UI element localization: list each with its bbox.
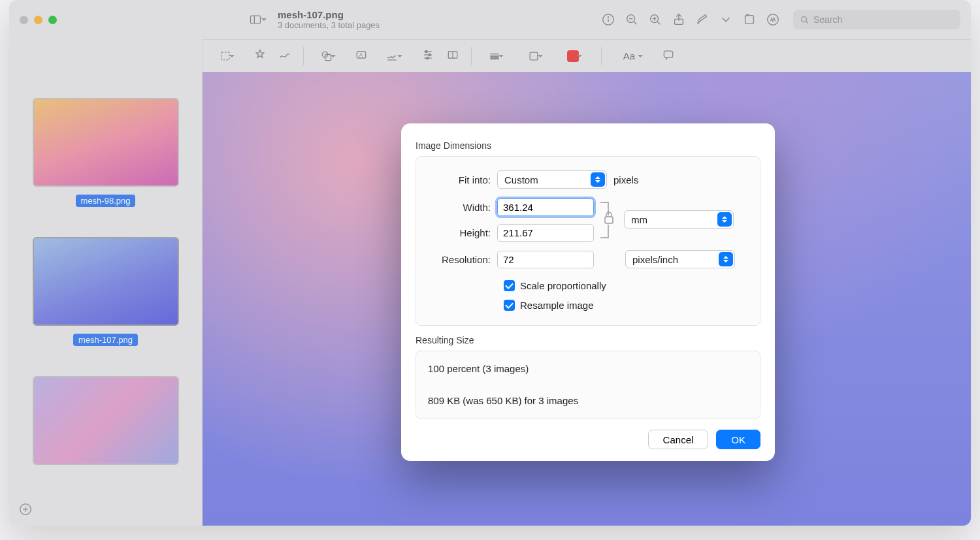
- height-label: Height:: [428, 227, 497, 238]
- resulting-size-heading: Resulting Size: [416, 335, 760, 345]
- adjust-size-dialog: Image Dimensions Fit into: Custom pixels…: [401, 123, 775, 461]
- height-input[interactable]: [497, 224, 594, 242]
- scale-proportionally-checkbox[interactable]: [504, 280, 515, 291]
- scale-proportionally-label: Scale proportionally: [520, 280, 606, 291]
- app-window: mesh-107.png 3 documents, 3 total pages …: [9, 0, 971, 526]
- resample-image-label: Resample image: [520, 300, 594, 311]
- fit-into-label: Fit into:: [428, 174, 497, 185]
- width-input[interactable]: [497, 199, 594, 216]
- dimension-unit-select[interactable]: mm: [624, 210, 734, 229]
- lock-aspect-icon[interactable]: [599, 199, 619, 238]
- image-dimensions-heading: Image Dimensions: [416, 140, 760, 151]
- dimension-unit-value: mm: [631, 214, 647, 225]
- fit-into-value: Custom: [504, 174, 538, 185]
- resample-image-checkbox[interactable]: [504, 300, 515, 311]
- ok-button[interactable]: OK: [716, 430, 760, 449]
- stepper-icon: [591, 172, 605, 187]
- resolution-input[interactable]: [497, 251, 594, 268]
- fit-into-unit: pixels: [613, 174, 638, 185]
- result-size-text: 809 KB (was 650 KB) for 3 images: [428, 394, 748, 409]
- result-percent-text: 100 percent (3 images): [428, 362, 748, 377]
- stepper-icon: [719, 252, 733, 266]
- resolution-unit-value: pixels/inch: [632, 254, 678, 265]
- svg-rect-39: [605, 217, 613, 223]
- fit-into-select[interactable]: Custom: [497, 170, 607, 189]
- cancel-button[interactable]: Cancel: [648, 430, 709, 449]
- resolution-unit-select[interactable]: pixels/inch: [625, 250, 735, 268]
- resolution-label: Resolution:: [428, 254, 497, 265]
- width-label: Width:: [428, 202, 497, 213]
- stepper-icon: [717, 212, 732, 227]
